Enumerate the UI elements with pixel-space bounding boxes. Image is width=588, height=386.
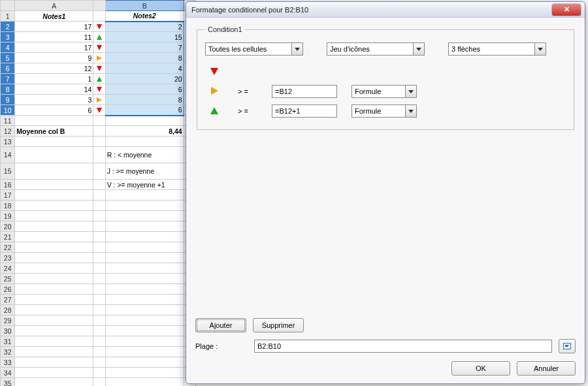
dialog-title: Formatage conditionnel pour B2:B10 xyxy=(191,6,552,14)
cell[interactable]: 11 xyxy=(15,32,93,42)
cell[interactable]: Notes1 xyxy=(15,11,93,22)
col-header-B[interactable]: B xyxy=(105,1,184,11)
cell[interactable]: 6 xyxy=(105,105,184,116)
style-select[interactable]: Jeu d'icônes xyxy=(327,42,425,56)
row-header[interactable]: 1 xyxy=(1,11,15,22)
cell[interactable]: 2 xyxy=(105,22,184,32)
cell[interactable]: 15 xyxy=(105,32,184,42)
collapse-dialog-icon[interactable] xyxy=(559,339,576,353)
condition-group: Condition1 Toutes les cellules Jeu d'icô… xyxy=(197,25,574,130)
cell[interactable]: 8 xyxy=(105,95,184,105)
cell[interactable]: 20 xyxy=(105,74,184,84)
row-header[interactable]: 4 xyxy=(1,42,15,53)
cell[interactable]: 17 xyxy=(15,42,93,53)
arrow-right-icon xyxy=(93,95,105,105)
row-header[interactable]: 2 xyxy=(1,22,15,32)
range-input[interactable] xyxy=(254,340,552,353)
type1-select[interactable]: Formule xyxy=(351,85,417,98)
col-header-Aicon[interactable] xyxy=(93,1,105,11)
row-header[interactable]: 6 xyxy=(1,63,15,74)
ok-button[interactable]: OK xyxy=(451,361,510,376)
operator-label: > = xyxy=(238,107,257,115)
threshold2-input[interactable] xyxy=(272,105,337,118)
corner-cell[interactable] xyxy=(1,1,15,11)
type2-select[interactable]: Formule xyxy=(351,105,417,118)
cell[interactable]: 9 xyxy=(15,53,93,63)
cell[interactable]: 6 xyxy=(105,84,184,95)
legend-J[interactable]: J : >= moyenne xyxy=(105,163,184,180)
close-icon[interactable]: ✕ xyxy=(552,4,581,16)
arrow-right-icon xyxy=(93,53,105,63)
cell[interactable]: 4 xyxy=(105,63,184,74)
col-header-A[interactable]: A xyxy=(15,1,93,11)
condition-legend: Condition1 xyxy=(205,25,245,33)
row-header[interactable]: 5 xyxy=(1,53,15,63)
arrow-down-icon xyxy=(93,63,105,74)
scope-select[interactable]: Toutes les cellules xyxy=(205,42,303,56)
arrow-down-icon xyxy=(205,68,223,76)
legend-R[interactable]: R : < moyenne xyxy=(105,147,184,163)
arrow-down-icon xyxy=(93,84,105,95)
add-button[interactable]: Ajouter xyxy=(195,318,246,332)
arrow-up-icon xyxy=(205,107,223,116)
arrow-up-icon xyxy=(93,32,105,42)
cell[interactable]: 7 xyxy=(105,42,184,53)
cell[interactable]: 12 xyxy=(15,63,93,74)
cell[interactable]: 3 xyxy=(15,95,93,105)
range-label: Plage : xyxy=(195,342,248,350)
cell[interactable]: 1 xyxy=(15,74,93,84)
iconset-select[interactable]: 3 flèches xyxy=(448,42,546,56)
cell[interactable]: 8 xyxy=(105,53,184,63)
cell[interactable]: Notes2 xyxy=(105,11,184,22)
dialog-titlebar[interactable]: Formatage conditionnel pour B2:B10 ✕ xyxy=(186,2,585,18)
cancel-button[interactable]: Annuler xyxy=(517,361,576,376)
avg-label[interactable]: Moyenne col B xyxy=(15,126,93,137)
operator-label: > = xyxy=(238,88,257,95)
row-header[interactable]: 3 xyxy=(1,32,15,42)
row-header[interactable]: 9 xyxy=(1,95,15,105)
avg-value[interactable]: 8,44 xyxy=(105,126,184,137)
cell[interactable]: 14 xyxy=(15,84,93,95)
row-header[interactable]: 8 xyxy=(1,84,15,95)
arrow-up-icon xyxy=(93,74,105,84)
spreadsheet-grid: A B 1 Notes1 Notes2 21723111541775986124… xyxy=(0,0,196,386)
row-header[interactable]: 10 xyxy=(1,105,15,116)
cell[interactable]: 17 xyxy=(15,22,93,32)
arrow-down-icon xyxy=(93,22,105,32)
arrow-down-icon xyxy=(93,42,105,53)
arrow-right-icon xyxy=(205,87,223,96)
delete-button[interactable]: Supprimer xyxy=(253,318,304,332)
legend-V[interactable]: V : >= moyenne +1 xyxy=(105,180,184,190)
threshold1-input[interactable] xyxy=(272,85,337,98)
cell[interactable]: 6 xyxy=(15,105,93,116)
conditional-format-dialog: Formatage conditionnel pour B2:B10 ✕ Con… xyxy=(186,1,585,384)
arrow-down-icon xyxy=(93,105,105,116)
row-header[interactable]: 7 xyxy=(1,74,15,84)
